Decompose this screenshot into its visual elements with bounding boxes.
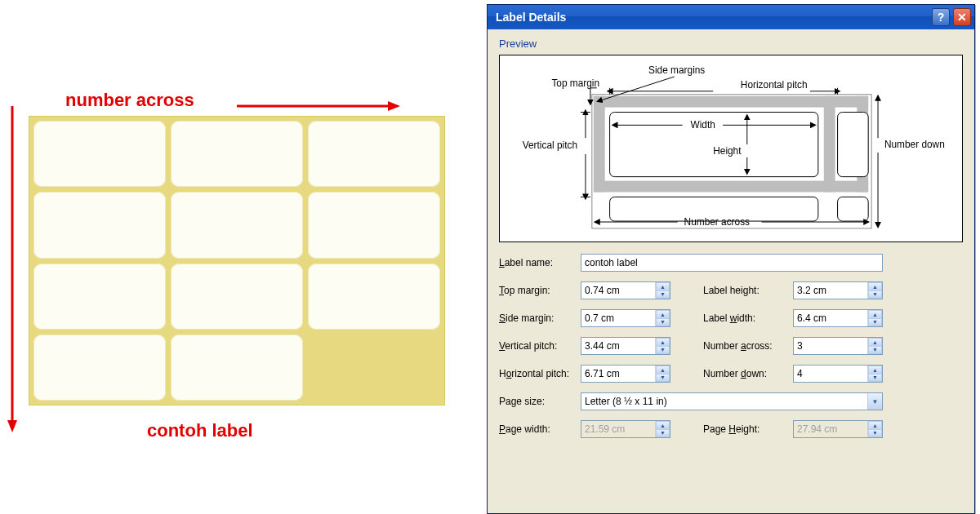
label-cell — [308, 264, 440, 330]
horizontal-pitch-spinner[interactable]: ▲▼ — [581, 365, 670, 383]
number-down-spinner[interactable]: ▲▼ — [793, 365, 883, 383]
diagram-horizontal-pitch-text: Horizontal pitch — [741, 79, 808, 91]
label-cell — [33, 264, 166, 330]
page-height-spinner: ▲▼ — [793, 420, 883, 438]
spin-down-icon: ▼ — [656, 429, 670, 438]
svg-marker-3 — [7, 420, 17, 432]
label-cell — [171, 335, 303, 401]
spin-up-icon[interactable]: ▲ — [656, 366, 670, 374]
spin-down-icon[interactable]: ▼ — [656, 318, 670, 327]
dialog-title: Label Details — [496, 11, 929, 24]
sheet-caption: contoh label — [147, 420, 253, 441]
label-details-dialog: Label Details ? ✕ Preview — [487, 4, 975, 514]
label-width-spinner[interactable]: ▲▼ — [793, 309, 883, 327]
spin-up-icon: ▲ — [868, 421, 882, 429]
side-margin-label: Side margin: — [499, 312, 581, 324]
spin-down-icon[interactable]: ▼ — [868, 374, 882, 383]
spin-up-icon[interactable]: ▲ — [868, 338, 882, 346]
number-across-spinner[interactable]: ▲▼ — [793, 337, 883, 355]
side-margin-spinner[interactable]: ▲▼ — [581, 309, 670, 327]
help-button[interactable]: ? — [932, 8, 950, 26]
label-height-spinner[interactable]: ▲▼ — [793, 281, 883, 299]
vertical-pitch-label: Vertical pitch: — [499, 340, 581, 352]
spin-up-icon[interactable]: ▲ — [656, 282, 670, 290]
label-cell — [33, 121, 166, 187]
label-cell-empty — [308, 335, 440, 401]
spin-up-icon[interactable]: ▲ — [656, 338, 670, 346]
label-height-label: Label height: — [703, 285, 793, 296]
svg-rect-12 — [838, 197, 869, 221]
form-grid: Label name: Top margin: ▲▼ Label height:… — [499, 254, 963, 438]
spin-up-icon: ▲ — [656, 421, 670, 429]
label-cell — [308, 192, 440, 258]
titlebar: Label Details ? ✕ — [488, 5, 974, 29]
diagram-number-down-text: Number down — [884, 139, 945, 150]
label-cell — [33, 192, 166, 258]
spin-up-icon[interactable]: ▲ — [868, 366, 882, 374]
number-across-label: Number across: — [703, 340, 793, 352]
diagram-side-margins-text: Side margins — [648, 64, 705, 76]
label-sheet — [29, 116, 445, 405]
preview-diagram: Side margins Top margin Horizontal pitch… — [499, 55, 963, 242]
spin-down-icon[interactable]: ▼ — [868, 290, 882, 299]
page-width-label: Page width: — [499, 423, 581, 435]
arrow-down-icon — [0, 106, 24, 432]
arrow-right-icon — [49, 91, 400, 116]
preview-heading: Preview — [499, 38, 963, 50]
diagram-height-text: Height — [713, 145, 742, 157]
spin-down-icon[interactable]: ▼ — [656, 346, 670, 355]
spin-down-icon: ▼ — [868, 429, 882, 438]
label-name-label: Label name: — [499, 257, 581, 268]
number-down-label: Number down: — [703, 368, 793, 379]
label-width-label: Label width: — [703, 312, 793, 324]
spin-down-icon[interactable]: ▼ — [656, 290, 670, 299]
diagram-vertical-pitch-text: Vertical pitch — [523, 140, 577, 151]
svg-rect-10 — [838, 113, 869, 177]
spin-up-icon[interactable]: ▲ — [868, 310, 882, 318]
page-size-value: Letter (8 ½ x 11 in) — [581, 393, 867, 410]
spin-down-icon[interactable]: ▼ — [868, 346, 882, 355]
label-cell — [171, 121, 303, 187]
diagram-number-across-text: Number across — [684, 216, 750, 228]
page-width-spinner: ▲▼ — [581, 420, 670, 438]
chevron-down-icon[interactable]: ▼ — [867, 393, 882, 410]
spin-up-icon[interactable]: ▲ — [656, 310, 670, 318]
label-cell — [171, 192, 303, 258]
top-margin-spinner[interactable]: ▲▼ — [581, 281, 670, 299]
diagram-width-text: Width — [691, 119, 715, 131]
spin-up-icon[interactable]: ▲ — [868, 282, 882, 290]
label-cell — [33, 335, 166, 401]
label-name-input[interactable] — [581, 254, 883, 272]
label-cell — [308, 121, 440, 187]
diagram-top-margin-text: Top margin — [551, 78, 599, 89]
label-cell — [171, 264, 303, 330]
horizontal-pitch-label: Horizontal pitch: — [499, 368, 581, 379]
label-sheet-illustration: number across number down contoh label — [0, 0, 474, 457]
svg-rect-7 — [824, 96, 835, 193]
page-size-label: Page size: — [499, 396, 581, 407]
vertical-pitch-spinner[interactable]: ▲▼ — [581, 337, 670, 355]
spin-down-icon[interactable]: ▼ — [656, 374, 670, 383]
page-height-label: Page Height: — [703, 423, 793, 435]
spin-down-icon[interactable]: ▼ — [868, 318, 882, 327]
svg-rect-6 — [594, 96, 605, 193]
svg-marker-1 — [388, 101, 400, 111]
close-button[interactable]: ✕ — [953, 8, 971, 26]
page-size-combo[interactable]: Letter (8 ½ x 11 in) ▼ — [581, 392, 883, 410]
top-margin-label: Top margin: — [499, 285, 581, 296]
